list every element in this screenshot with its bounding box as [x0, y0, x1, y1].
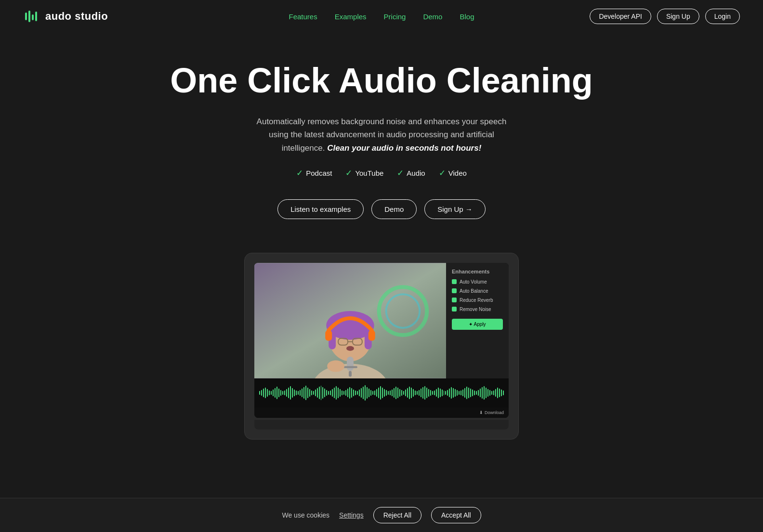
- waveform-bar: [345, 390, 346, 396]
- waveform-bar: [489, 390, 490, 396]
- waveform-bar: [319, 387, 320, 399]
- apply-button[interactable]: ✦ Apply: [452, 319, 503, 330]
- laptop-screen: Enhancements Auto Volume Auto Balance Re…: [254, 263, 509, 418]
- waveform-bar: [376, 389, 377, 397]
- waveform-bar: [303, 387, 304, 399]
- waveform-bar: [415, 390, 416, 395]
- cookie-text: We use cookies: [282, 511, 329, 519]
- svg-rect-18: [368, 330, 375, 341]
- waveform-bar: [276, 387, 277, 399]
- waveform-bar: [460, 390, 461, 395]
- reject-all-button[interactable]: Reject All: [373, 507, 421, 523]
- nav-signup-button[interactable]: Sign Up: [657, 9, 699, 24]
- waveform-bar: [472, 389, 473, 396]
- waveform-bar: [321, 386, 322, 400]
- enh-label-remove-noise: Remove Noise: [460, 307, 491, 312]
- badge-video: ✓ Video: [439, 168, 467, 178]
- laptop-bottom: [254, 420, 509, 429]
- cookie-banner: We use cookies Settings Reject All Accep…: [0, 498, 763, 532]
- waveform-bar: [422, 387, 423, 399]
- waveform-area: [254, 378, 509, 407]
- waveform-bar: [426, 388, 427, 398]
- badge-video-label: Video: [448, 169, 467, 177]
- enhancement-auto-balance: Auto Balance: [452, 288, 503, 294]
- waveform-bar: [343, 391, 344, 395]
- waveform-bar: [296, 390, 297, 395]
- listen-examples-button[interactable]: Listen to examples: [277, 199, 364, 219]
- svg-rect-2: [32, 14, 34, 20]
- check-icon-audio: ✓: [397, 168, 404, 178]
- waveform-bar: [380, 386, 381, 400]
- waveform-bar: [349, 387, 350, 399]
- enhancement-auto-volume: Auto Volume: [452, 279, 503, 285]
- waveform-bar: [497, 388, 498, 398]
- waveform-bar: [438, 388, 439, 398]
- waveform-bar: [419, 390, 420, 396]
- cookie-settings-link[interactable]: Settings: [339, 511, 364, 519]
- waveform-bar: [503, 390, 504, 395]
- badge-youtube: ✓ YouTube: [345, 168, 383, 178]
- logo[interactable]: audo studio: [23, 8, 108, 25]
- waveform-bar: [428, 389, 429, 397]
- waveform-bar: [486, 388, 487, 398]
- waveform-bar: [317, 388, 318, 398]
- waveform-bar: [491, 391, 492, 395]
- download-button[interactable]: ⬇ Download: [479, 410, 504, 415]
- waveform-bar: [482, 387, 483, 399]
- waveform-bar: [424, 386, 425, 400]
- enhancement-reduce-reverb: Reduce Reverb: [452, 298, 503, 303]
- waveform-bar: [399, 389, 400, 397]
- nav-link-pricing[interactable]: Pricing: [384, 13, 406, 21]
- waveform-bar: [407, 388, 408, 398]
- nav-link-blog[interactable]: Blog: [460, 13, 474, 21]
- nav-link-features[interactable]: Features: [289, 13, 317, 21]
- waveform-bar: [313, 391, 314, 395]
- waveform-bar: [484, 386, 485, 400]
- waveform-bar: [286, 389, 287, 397]
- waveform-bar: [395, 387, 396, 399]
- hero-signup-button[interactable]: Sign Up →: [424, 199, 486, 219]
- waveform-bar: [476, 391, 477, 395]
- demo-button[interactable]: Demo: [371, 199, 417, 219]
- waveform-bar: [340, 389, 341, 397]
- waveform-bar: [365, 385, 366, 401]
- waveform-bar: [292, 388, 293, 398]
- waveform-bar: [267, 389, 268, 397]
- waveform-bar: [409, 387, 410, 399]
- waveform-bar: [338, 388, 339, 398]
- check-icon-youtube: ✓: [345, 168, 352, 178]
- waveform-bar: [405, 389, 406, 396]
- waveform-bar: [480, 389, 481, 397]
- checkbox-auto-balance[interactable]: [452, 288, 457, 293]
- hero-section: One Click Audio Cleaning Automatically r…: [0, 33, 763, 238]
- waveform-bar: [332, 389, 333, 397]
- waveform-bar: [386, 390, 387, 396]
- waveform-bar: [382, 388, 383, 398]
- developer-api-button[interactable]: Developer API: [590, 9, 651, 24]
- waveform-bar: [464, 388, 465, 398]
- accept-all-button[interactable]: Accept All: [431, 507, 481, 523]
- waveform-bar: [307, 388, 308, 398]
- checkbox-reduce-reverb[interactable]: [452, 298, 457, 302]
- nav-link-examples[interactable]: Examples: [335, 13, 367, 21]
- waveform-bar: [466, 387, 467, 399]
- nav-link-demo[interactable]: Demo: [423, 13, 442, 21]
- waveform-bar: [449, 389, 450, 397]
- waveform-bar: [413, 389, 414, 397]
- waveform-bar: [263, 389, 264, 397]
- waveform-bar: [397, 388, 398, 398]
- waveform-bar: [342, 390, 342, 395]
- waveform-bar: [421, 389, 421, 397]
- waveform-bar: [392, 389, 393, 396]
- svg-rect-19: [347, 356, 354, 371]
- waveform-bar: [501, 389, 502, 396]
- waveform-bar: [388, 391, 389, 395]
- waveform-bar: [311, 390, 312, 395]
- nav-login-button[interactable]: Login: [705, 9, 740, 24]
- svg-rect-21: [349, 371, 352, 376]
- waveform-bar: [440, 389, 441, 397]
- svg-rect-3: [35, 12, 37, 21]
- badge-podcast: ✓ Podcast: [296, 168, 332, 178]
- checkbox-remove-noise[interactable]: [452, 307, 457, 311]
- checkbox-auto-volume[interactable]: [452, 279, 457, 284]
